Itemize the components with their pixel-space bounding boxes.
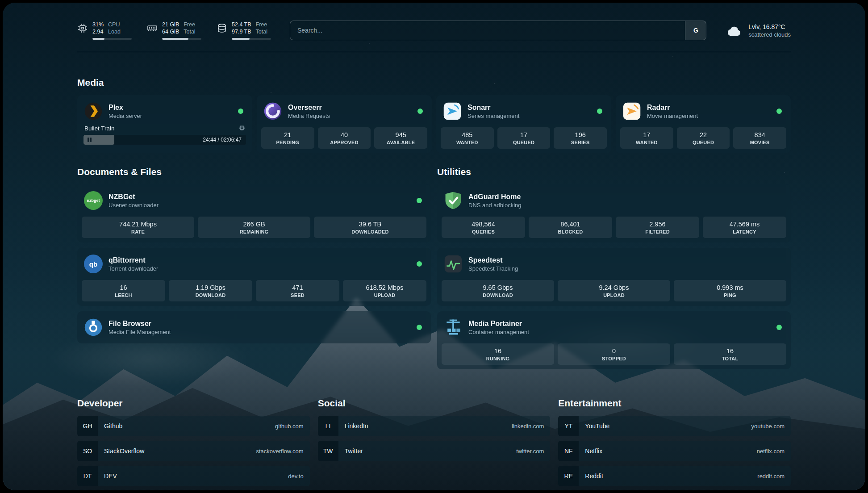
stat-seed: 471 SEED [256,280,339,301]
stat-queued: 22 QUEUED [677,127,730,149]
topbar-divider [77,52,791,52]
service-card-portainer[interactable]: Media Portainer Container management 16 … [437,311,791,369]
bookmark-dev[interactable]: DT DEV dev.to [77,466,310,486]
stat-ping: 0.993 ms PING [674,280,786,301]
service-name: qBittorrent [108,256,158,264]
section-documents: Documents & Files nzbget NZBGet Usenet d… [77,167,431,375]
service-name: Media Portainer [468,319,529,328]
stat-upload: 618.52 Mbps UPLOAD [343,280,426,301]
service-card-filebrowser[interactable]: File Browser Media File Management [77,311,431,343]
disk-widget: 52.4 TB 97.9 TB Free Total [217,21,271,40]
service-card-nzbget[interactable]: nzbget NZBGet Usenet downloader 744.21 M… [77,184,431,242]
service-subtitle: Media server [108,113,142,119]
memory-free: 21 GiB [162,21,179,28]
bookmark-abbr: RE [558,466,579,486]
status-online-dot [417,261,422,267]
bookmark-domain: youtube.com [751,416,791,436]
bookmark-linkedin[interactable]: LI LinkedIn linkedin.com [318,416,551,436]
bookmark-youtube[interactable]: YT YouTube youtube.com [558,416,791,436]
cpu-progress-fill [92,38,104,40]
service-subtitle: Speedtest Tracking [468,265,518,272]
service-name: Sonarr [467,103,519,112]
service-name: AdGuard Home [468,192,522,201]
nzbget-icon: nzbget [83,191,103,210]
stat-remaining: 266 GB REMAINING [198,217,310,238]
service-card-speedtest[interactable]: Speedtest Speedtest Tracking 9.65 Gbps D… [437,248,791,306]
topbar: 31% 2.94 CPU Load [77,3,791,40]
section-title-media: Media [77,77,791,88]
playback-progress-track[interactable]: 24:44 / 02:06:47 [83,135,246,145]
service-card-overseerr[interactable]: Overseerr Media Requests 21 PENDING 40 A… [257,95,432,153]
bookmark-domain: netflix.com [757,441,791,461]
bookmark-name: Github [98,416,122,436]
service-subtitle: Movie management [647,113,698,119]
bookmark-abbr: TW [318,441,338,461]
section-media: Media Plex Media server [77,77,791,153]
plex-now-playing: Bullet Train ⚙ 24:44 / 02:06:47 [82,124,248,145]
bookmark-reddit[interactable]: RE Reddit reddit.com [558,466,791,486]
filebrowser-icon [83,318,103,337]
service-card-qbittorrent[interactable]: qb qBittorrent Torrent downloader 16 LEE… [77,248,431,306]
service-name: File Browser [108,319,171,328]
gear-icon[interactable]: ⚙ [239,125,245,132]
section-title-social: Social [318,398,551,409]
overseerr-icon [263,101,283,121]
bookmark-name: StackOverflow [98,441,144,461]
service-card-plex[interactable]: Plex Media server Bullet Train ⚙ [77,95,252,153]
stat-approved: 40 APPROVED [318,127,371,149]
bookmark-abbr: GH [77,416,98,436]
stat-downloaded: 39.6 TB DOWNLOADED [314,217,426,238]
cpu-widget: 31% 2.94 CPU Load [77,21,132,40]
status-online-dot [417,109,423,114]
pause-icon[interactable] [88,138,92,142]
disk-icon [217,23,227,33]
bookmark-abbr: YT [558,416,579,436]
bookmark-netflix[interactable]: NF Netflix netflix.com [558,441,791,461]
weather-widget: Lviv, 16.87°C scattered clouds [725,23,791,38]
bookmark-domain: github.com [275,416,310,436]
service-card-radarr[interactable]: Radarr Movie management 17 WANTED 22 QUE… [616,95,791,153]
cpu-progress-track [92,38,132,40]
status-online-dot [776,325,782,330]
bookmark-name: DEV [98,466,117,486]
service-name: NZBGet [108,192,159,201]
bookmark-name: Netflix [579,441,602,461]
disk-progress-fill [232,38,250,40]
dashboard-window: 31% 2.94 CPU Load [3,3,865,490]
service-name: Plex [108,103,142,112]
section-title-documents: Documents & Files [77,167,431,177]
service-card-sonarr[interactable]: Sonarr Series management 485 WANTED 17 Q… [436,95,611,153]
stat-movies: 834 MOVIES [733,127,786,149]
service-card-adguard[interactable]: AdGuard Home DNS and adblocking 498,564 … [437,184,791,242]
stat-rate: 744.21 Mbps RATE [82,217,194,238]
playback-time: 24:44 / 02:06:47 [203,137,246,143]
bookmark-stackoverflow[interactable]: SO StackOverflow stackoverflow.com [77,441,310,461]
portainer-icon [443,318,463,337]
stat-stopped: 0 STOPPED [558,343,670,365]
memory-widget: 21 GiB 64 GiB Free Total [147,21,201,40]
cpu-icon [77,23,88,33]
adguard-icon [443,191,463,210]
disk-total: 97.9 TB [232,28,251,35]
cpu-label: CPU [108,21,121,28]
search-input[interactable] [290,21,685,40]
memory-progress-fill [162,38,188,40]
bookmark-twitter[interactable]: TW Twitter twitter.com [318,441,551,461]
stat-wanted: 485 WANTED [441,127,494,149]
bookmark-abbr: NF [558,441,579,461]
stat-queries: 498,564 QUERIES [442,217,525,238]
bookmark-github[interactable]: GH Github github.com [77,416,310,436]
search-provider-button[interactable]: G [685,21,706,40]
status-online-dot [776,109,782,114]
speedtest-icon [443,254,463,274]
snow-speckles [3,3,4,4]
section-utilities: Utilities AdGuard Home DNS and [437,167,791,375]
service-name: Overseerr [288,103,330,112]
service-subtitle: DNS and adblocking [468,202,522,209]
section-title-developer: Developer [77,398,310,409]
sonarr-icon [442,101,462,121]
cpu-load: 2.94 [92,28,104,35]
bookmark-domain: linkedin.com [512,416,550,436]
qbittorrent-icon: qb [83,254,103,274]
bookmark-domain: reddit.com [757,466,791,486]
